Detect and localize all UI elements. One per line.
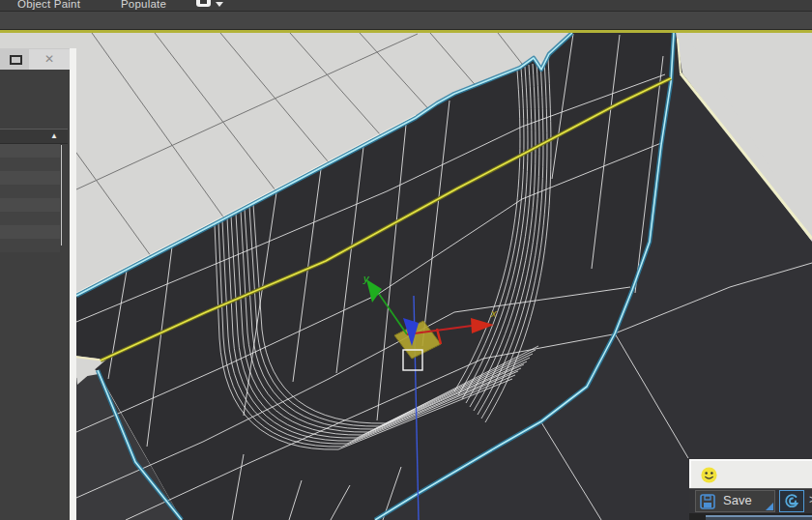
max-logo-button[interactable] xyxy=(779,490,804,512)
chevron-down-icon[interactable] xyxy=(216,2,223,7)
list-item[interactable] xyxy=(0,198,60,212)
list-item[interactable] xyxy=(0,171,60,185)
save-button[interactable]: Save xyxy=(695,490,775,512)
status-panel: Save > xyxy=(689,459,812,520)
status-panel-footer xyxy=(689,513,812,520)
flyout-corner-icon xyxy=(766,503,773,510)
sort-ascending-icon: ▲ xyxy=(50,131,58,141)
list-item[interactable] xyxy=(0,225,60,239)
viewport-3d[interactable]: y x xyxy=(0,0,812,520)
toolbar-strip xyxy=(0,11,812,29)
left-dock-panel: ✕ ▲ xyxy=(0,48,70,520)
smiley-icon xyxy=(700,466,718,484)
list-item[interactable] xyxy=(0,144,60,158)
panel-title-bar[interactable]: ✕ xyxy=(0,48,70,70)
application-window: y x Object Paint Populate ✕ ▲ xyxy=(0,0,812,520)
max-logo-icon xyxy=(780,491,803,511)
list-item[interactable] xyxy=(0,239,60,252)
active-viewport-border xyxy=(0,29,812,33)
save-button-label: Save xyxy=(723,493,752,507)
menu-item-object-paint[interactable]: Object Paint xyxy=(17,0,80,11)
list-header[interactable]: ▲ xyxy=(0,129,68,144)
workspace-icon[interactable] xyxy=(196,0,211,7)
quick-access-toolbar: Save > xyxy=(689,488,812,513)
window-icon xyxy=(10,55,22,65)
close-button[interactable]: ✕ xyxy=(29,49,70,70)
list-rows xyxy=(0,144,60,252)
list-item[interactable] xyxy=(0,185,60,198)
status-panel-header xyxy=(689,459,812,488)
menu-bar: Object Paint Populate xyxy=(0,0,812,11)
axis-x-label: x xyxy=(490,307,497,319)
menu-item-populate[interactable]: Populate xyxy=(121,0,166,11)
scrollbar[interactable] xyxy=(61,145,62,246)
list-item[interactable] xyxy=(0,158,60,171)
panel-edge-strip xyxy=(70,48,76,520)
list-item[interactable] xyxy=(0,212,60,225)
panel-body: ▲ xyxy=(0,70,70,520)
floppy-disk-icon xyxy=(699,493,716,510)
